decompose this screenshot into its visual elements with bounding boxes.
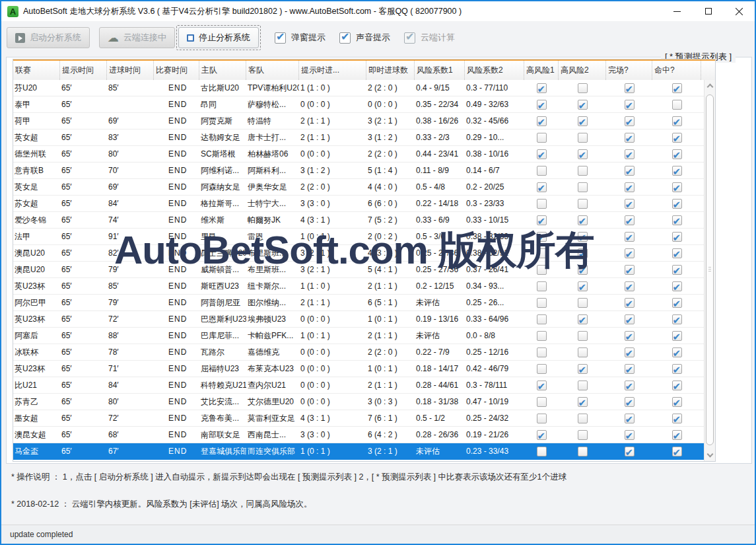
hr2-checkbox[interactable] — [578, 149, 588, 159]
finished-checkbox[interactable] — [625, 100, 635, 110]
table-row[interactable]: 冰联杯65′78′END瓦路尔嘉德维克0 (0 : 0 )2 (2 : 0 )0… — [13, 344, 704, 361]
finished-checkbox[interactable] — [625, 265, 635, 275]
hit-checkbox[interactable] — [672, 447, 682, 456]
hr1-checkbox[interactable] — [537, 397, 547, 407]
table-row[interactable]: 英女足65′69′END阿森纳女足伊奥华女足2 (2 : 0 )4 (4 : 0… — [13, 179, 704, 196]
finished-checkbox[interactable] — [625, 232, 635, 242]
hr1-checkbox[interactable] — [537, 414, 547, 423]
maximize-button[interactable] — [693, 1, 724, 21]
finished-checkbox[interactable] — [625, 182, 635, 192]
table-row[interactable]: 墨女超65′72′END克鲁布美...莫雷利亚女足4 (3 : 1 )7 (6 … — [13, 410, 704, 427]
hr2-checkbox[interactable] — [578, 133, 588, 143]
hr2-checkbox[interactable] — [578, 281, 588, 291]
table-row[interactable]: 苏青乙65′80′END艾比安流...艾尔德里U200 (0 : 0 )3 (0… — [13, 394, 704, 410]
hr1-checkbox[interactable] — [537, 265, 547, 275]
hit-checkbox[interactable] — [672, 133, 682, 143]
hr1-checkbox[interactable] — [537, 364, 547, 374]
vertical-scrollbar[interactable] — [704, 80, 715, 461]
column-header-league[interactable]: 联赛 — [13, 61, 60, 80]
finished-checkbox[interactable] — [625, 414, 635, 423]
column-header-goal_time[interactable]: 进球时间 — [107, 61, 154, 80]
hr2-checkbox[interactable] — [578, 100, 588, 110]
hr1-checkbox[interactable] — [537, 100, 547, 110]
table-row[interactable]: 芬U2065′85′END古比斯U20TPV谭柏利U201 (1 : 0 )2 … — [13, 80, 704, 96]
hr2-checkbox[interactable] — [578, 215, 588, 225]
hit-checkbox[interactable] — [672, 381, 682, 390]
table-row[interactable]: 荷甲65′69′END阿贾克斯特温特2 (1 : 1 )3 (2 : 1 )0.… — [13, 113, 704, 129]
column-header-risk1[interactable]: 风险系数1 — [415, 61, 465, 80]
table-row[interactable]: 比U2165′84′END科特赖克U21查内尔U210 (0 : 0 )2 (1… — [13, 377, 704, 394]
finished-checkbox[interactable] — [625, 199, 635, 209]
stop-analysis-button[interactable]: 停止分析系统 — [178, 27, 259, 48]
hit-checkbox[interactable] — [672, 298, 682, 308]
scrollbar-thumb[interactable] — [706, 94, 714, 445]
table-row-selected[interactable]: 马金盃65′67′END登嘉城俱乐部而连突俱乐部1 (0 : 1 )3 (2 :… — [13, 443, 704, 460]
table-row[interactable]: 英U23杯65′85′END斯旺西U23纽卡斯尔...1 (1 : 0 )2 (… — [13, 278, 704, 295]
hr2-checkbox[interactable] — [578, 347, 588, 357]
close-button[interactable] — [724, 1, 755, 21]
hr1-checkbox[interactable] — [537, 83, 547, 93]
hr2-checkbox[interactable] — [578, 331, 588, 341]
table-row[interactable]: 澳昆U2065′79′END威斯頓普...布里斯班...3 (2 : 1 )5 … — [13, 262, 704, 278]
hr2-checkbox[interactable] — [578, 182, 588, 192]
hit-checkbox[interactable] — [672, 430, 682, 440]
cloud-connect-button[interactable]: 云端连接中 — [99, 27, 175, 48]
cloud-calc-checkbox[interactable]: 云端计算 — [404, 32, 455, 44]
hr1-checkbox[interactable] — [537, 347, 547, 357]
finished-checkbox[interactable] — [625, 347, 635, 357]
table-row[interactable]: 意青联B65′70′END阿维利诺...阿斯科利...3 (1 : 2 )5 (… — [13, 163, 704, 179]
column-header-hit[interactable]: 命中? — [652, 61, 701, 80]
hit-checkbox[interactable] — [672, 248, 682, 258]
hr1-checkbox[interactable] — [537, 166, 547, 176]
column-header-away[interactable]: 客队 — [246, 61, 299, 80]
hit-checkbox[interactable] — [672, 149, 682, 159]
column-header-home[interactable]: 主队 — [199, 61, 246, 80]
hit-checkbox[interactable] — [672, 182, 682, 192]
finished-checkbox[interactable] — [625, 430, 635, 440]
sound-alert-checkbox[interactable]: 声音提示 — [339, 32, 390, 44]
table-row[interactable]: 泰甲65′END昂同萨穆特松...0 (0 : 0 )0 (0 : 0 )0.3… — [13, 96, 704, 113]
finished-checkbox[interactable] — [625, 331, 635, 341]
hit-checkbox[interactable] — [672, 232, 682, 242]
hr2-checkbox[interactable] — [578, 447, 588, 456]
hr2-checkbox[interactable] — [578, 83, 588, 93]
scroll-up-button[interactable] — [704, 80, 715, 91]
hr2-checkbox[interactable] — [578, 314, 588, 324]
column-header-risk2[interactable]: 风险系数2 — [465, 61, 524, 80]
finished-checkbox[interactable] — [625, 248, 635, 258]
finished-checkbox[interactable] — [625, 364, 635, 374]
hit-checkbox[interactable] — [672, 215, 682, 225]
hr2-checkbox[interactable] — [578, 248, 588, 258]
finished-checkbox[interactable] — [625, 166, 635, 176]
hr1-checkbox[interactable] — [537, 281, 547, 291]
hit-checkbox[interactable] — [672, 166, 682, 176]
table-row[interactable]: 澳昆U2065′82′END昆士兰狮U20布里斯班...3 (2 : 1 )4 … — [13, 245, 704, 262]
hr2-checkbox[interactable] — [578, 397, 588, 407]
hr2-checkbox[interactable] — [578, 116, 588, 126]
table-row[interactable]: 德堡州联65′80′ENDSC斯塔根柏林赫塔060 (0 : 0 )2 (2 :… — [13, 146, 704, 163]
column-header-hr1[interactable]: 高风险1 — [524, 61, 559, 80]
finished-checkbox[interactable] — [625, 298, 635, 308]
finished-checkbox[interactable] — [625, 83, 635, 93]
finished-checkbox[interactable] — [625, 397, 635, 407]
minimize-button[interactable] — [662, 1, 693, 21]
column-header-live_goals[interactable]: 即时进球数 — [366, 61, 415, 80]
hr1-checkbox[interactable] — [537, 248, 547, 258]
hit-checkbox[interactable] — [672, 83, 682, 93]
hit-checkbox[interactable] — [672, 414, 682, 423]
table-row[interactable]: 英U23杯65′71′END屈福特U23布莱克本U230 (0 : 0 )1 (… — [13, 361, 704, 377]
table-row[interactable]: 爱沙冬锦65′74′END维米斯帕爾努JK4 (3 : 1 )7 (5 : 2 … — [13, 212, 704, 229]
hr1-checkbox[interactable] — [537, 298, 547, 308]
hit-checkbox[interactable] — [672, 281, 682, 291]
hr1-checkbox[interactable] — [537, 232, 547, 242]
table-row[interactable]: 阿尔巴甲65′79′END阿普朗尼亚图尔维纳...2 (1 : 1 )6 (5 … — [13, 295, 704, 311]
finished-checkbox[interactable] — [625, 314, 635, 324]
hr1-checkbox[interactable] — [537, 331, 547, 341]
start-analysis-button[interactable]: 启动分析系统 — [7, 27, 90, 48]
hr1-checkbox[interactable] — [537, 133, 547, 143]
hr1-checkbox[interactable] — [537, 182, 547, 192]
column-header-match_time[interactable]: 比赛时间 — [154, 61, 199, 80]
scroll-down-button[interactable] — [704, 450, 715, 461]
hr1-checkbox[interactable] — [537, 430, 547, 440]
column-header-tip_goals[interactable]: 提示时进... — [299, 61, 366, 80]
